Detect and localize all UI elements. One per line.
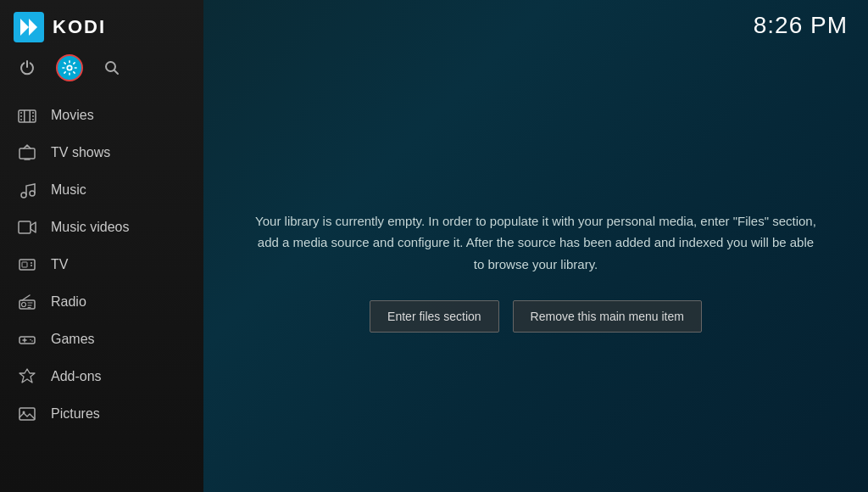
sidebar-item-music-videos-label: Music videos [51, 220, 129, 235]
sidebar-item-radio[interactable]: Radio [0, 283, 203, 321]
svg-point-21 [31, 265, 32, 266]
sidebar-item-pictures-label: Pictures [51, 406, 100, 422]
sidebar-item-tv-shows[interactable]: TV shows [0, 134, 203, 171]
kodi-logo-icon [14, 12, 44, 42]
sidebar-item-add-ons-label: Add-ons [51, 369, 102, 384]
sidebar-item-radio-label: Radio [51, 294, 86, 310]
sidebar: KODI [0, 0, 203, 492]
nav-menu: Movies TV shows Music [0, 93, 203, 492]
search-icon[interactable] [98, 54, 125, 81]
svg-rect-13 [30, 110, 31, 122]
sidebar-item-movies-label: Movies [51, 108, 94, 123]
svg-rect-17 [19, 221, 31, 233]
games-icon [17, 329, 37, 349]
svg-point-15 [21, 193, 26, 198]
sidebar-item-games[interactable]: Games [0, 321, 203, 358]
svg-rect-14 [19, 148, 35, 159]
sidebar-item-music[interactable]: Music [0, 171, 203, 209]
sidebar-controls [0, 51, 203, 93]
power-icon[interactable] [14, 54, 41, 81]
tv-shows-icon [17, 143, 37, 163]
pictures-icon [17, 404, 37, 424]
sidebar-item-tv-shows-label: TV shows [51, 145, 110, 160]
svg-rect-12 [24, 110, 25, 122]
content-area: Your library is currently empty. In orde… [203, 51, 868, 492]
svg-point-27 [23, 411, 25, 414]
tv-icon [17, 254, 37, 275]
svg-point-7 [20, 115, 22, 117]
sidebar-item-music-label: Music [51, 182, 86, 198]
svg-rect-26 [19, 408, 35, 420]
sidebar-item-tv-label: TV [51, 257, 68, 272]
movies-icon [17, 105, 37, 126]
music-videos-icon [17, 217, 37, 238]
svg-point-25 [31, 340, 33, 342]
library-empty-message: Your library is currently empty. In orde… [254, 210, 817, 276]
sidebar-item-music-videos[interactable]: Music videos [0, 209, 203, 246]
svg-point-8 [20, 119, 22, 120]
svg-point-3 [67, 65, 71, 70]
radio-icon [17, 292, 37, 312]
music-icon [17, 180, 37, 200]
svg-point-6 [20, 112, 22, 114]
svg-point-16 [30, 191, 35, 196]
svg-point-11 [32, 119, 34, 120]
svg-point-20 [31, 262, 32, 264]
remove-menu-item-button[interactable]: Remove this main menu item [513, 300, 702, 333]
add-ons-icon [17, 366, 37, 387]
enter-files-section-button[interactable]: Enter files section [370, 300, 499, 333]
sidebar-item-add-ons[interactable]: Add-ons [0, 358, 203, 395]
clock-display: 8:26 PM [754, 12, 848, 39]
action-buttons: Enter files section Remove this main men… [370, 300, 702, 333]
sidebar-item-tv[interactable]: TV [0, 246, 203, 283]
sidebar-header: KODI [0, 0, 203, 51]
main-content: 8:26 PM Your library is currently empty.… [203, 0, 868, 492]
svg-rect-19 [22, 262, 27, 267]
svg-point-23 [22, 303, 26, 307]
svg-point-9 [32, 112, 34, 114]
app-title: KODI [53, 16, 106, 38]
settings-icon[interactable] [56, 54, 83, 81]
sidebar-item-pictures[interactable]: Pictures [0, 395, 203, 433]
svg-point-24 [30, 339, 31, 341]
top-bar: 8:26 PM [203, 0, 868, 51]
sidebar-item-games-label: Games [51, 332, 95, 347]
svg-point-10 [32, 115, 34, 117]
sidebar-item-movies[interactable]: Movies [0, 97, 203, 134]
